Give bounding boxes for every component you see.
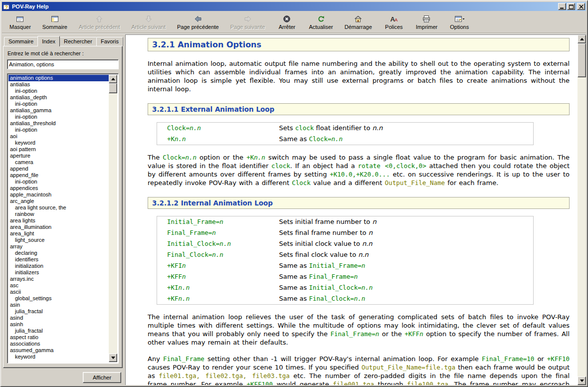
index-list-item[interactable]: light_source	[8, 237, 109, 243]
index-list-item[interactable]: julia_fractal	[8, 328, 109, 334]
text-segment: Initial_Clock=	[167, 240, 219, 247]
sidebar: SommaireIndexRechercherFavoris Entrez le…	[2, 34, 123, 385]
index-list-item[interactable]: animation options	[8, 75, 109, 81]
index-list-item[interactable]: aperture	[8, 153, 109, 159]
table-row: +KFn.nSame as Final_Clock=n.n	[157, 293, 534, 305]
index-list-item[interactable]: area lights	[8, 217, 109, 224]
toolbar-button-options[interactable]: Options	[444, 12, 474, 32]
index-list-item[interactable]: ini-option	[8, 114, 109, 120]
text-segment: n.n	[373, 124, 383, 132]
scroll-down-button[interactable]	[578, 377, 586, 385]
index-list-item[interactable]: keyword	[8, 140, 109, 146]
toolbar-button-polices[interactable]: AAPolices	[379, 12, 409, 32]
text-segment: clock	[295, 124, 314, 132]
scrollbar-track[interactable]	[578, 43, 586, 377]
text-segment: n	[354, 273, 358, 280]
minimize-button[interactable]	[558, 3, 566, 10]
index-list-item[interactable]: array	[8, 243, 109, 250]
text-segment: n.n	[212, 251, 223, 258]
description-cell: Sets initial clock value to n.n	[279, 238, 534, 249]
index-list-item[interactable]: append	[8, 166, 109, 172]
text-segment: n.n	[254, 154, 265, 161]
index-list-item[interactable]: aspect ratio	[8, 334, 109, 341]
index-list-item[interactable]: camera	[8, 159, 109, 166]
tab-rechercher[interactable]: Rechercher	[59, 37, 97, 46]
topic-content: 3.2.1 Animation OptionsInternal animatio…	[126, 35, 578, 385]
index-list-item[interactable]: identifiers	[8, 256, 109, 263]
index-list-item[interactable]: ini-option	[8, 179, 109, 185]
scrollbar-thumb[interactable]	[578, 43, 586, 77]
index-list-item[interactable]: initialization	[8, 263, 109, 269]
index-list-item[interactable]: rainbow	[8, 211, 109, 217]
index-list-item[interactable]: asinh	[8, 321, 109, 328]
index-list-item[interactable]: append_file	[8, 172, 109, 179]
description-cell: Same as Initial_Clock=n.n	[279, 282, 534, 293]
index-list-item[interactable]: assumed_gamma	[8, 347, 109, 354]
content-scrollbar	[578, 35, 586, 385]
index-list-item[interactable]: initializers	[8, 269, 109, 276]
text-segment: through	[374, 381, 407, 385]
index-list-item[interactable]: asind	[8, 315, 109, 321]
text-segment: +K	[246, 154, 254, 161]
index-list-item[interactable]: aoi	[8, 133, 109, 140]
index-list-item[interactable]: ini-option	[8, 127, 109, 133]
index-list-item[interactable]: ini-option	[8, 101, 109, 107]
toolbar-button-masquer[interactable]: Masquer	[5, 12, 35, 32]
index-list-item[interactable]: keyword	[8, 354, 109, 360]
maximize-button[interactable]	[567, 3, 575, 10]
toolbar-button-arreter[interactable]: Arrêter	[272, 12, 302, 32]
scroll-down-button[interactable]	[109, 354, 117, 362]
index-list-item[interactable]: antialias	[8, 81, 109, 88]
titlebar[interactable]: ? POV-Ray Help	[2, 2, 586, 11]
index-list-item[interactable]: ascii	[8, 289, 109, 295]
toolbar-button-imprimer[interactable]: Imprimer	[411, 12, 442, 32]
index-list-item[interactable]: global_settings	[8, 295, 109, 302]
keyword-input[interactable]	[7, 59, 119, 69]
description-cell: Same as Final_Clock=n.n	[279, 293, 534, 305]
tab-index[interactable]: Index	[37, 36, 60, 46]
text-segment: Sets final frame number to	[279, 229, 369, 236]
index-list-item[interactable]: arrays.inc	[8, 276, 109, 282]
index-list-item[interactable]: apple_macintosh	[8, 192, 109, 198]
topic-pane: 3.2.1 Animation OptionsInternal animatio…	[125, 34, 586, 385]
index-list-item[interactable]: antialias_gamma	[8, 107, 109, 114]
index-list-item[interactable]: associations	[8, 341, 109, 347]
toolbar-button-label: Page précédente	[177, 24, 219, 30]
text-segment: float identifier to	[314, 124, 372, 132]
index-list-item[interactable]: area light source, the	[8, 204, 109, 211]
option-cell: Initial_Frame=n	[157, 216, 279, 228]
toolbar-button-page-suivante: Page suivante	[226, 12, 270, 32]
scroll-up-button[interactable]	[109, 75, 117, 83]
text-segment: n.n	[362, 284, 373, 291]
index-list-item[interactable]: aoi pattern	[8, 146, 109, 153]
minimize-icon	[560, 4, 565, 9]
index-list-item[interactable]: ini-option	[8, 88, 109, 94]
index-list-item[interactable]: asin	[8, 302, 109, 308]
index-list-item[interactable]: antialias_depth	[8, 94, 109, 101]
toolbar-button-page-precedente[interactable]: Page précédente	[173, 12, 223, 32]
index-list-item[interactable]: declaring	[8, 250, 109, 256]
tab-sommaire[interactable]: Sommaire	[4, 37, 38, 46]
close-button[interactable]	[577, 3, 585, 10]
table-row: Final_Frame=nSets final frame number to …	[157, 227, 534, 238]
toolbar-button-demarrage[interactable]: Démarrage	[340, 12, 377, 32]
index-list-item[interactable]: area_light	[8, 230, 109, 237]
scrollbar-thumb[interactable]	[109, 83, 117, 93]
toolbar-button-actualiser[interactable]: Actualiser	[304, 12, 337, 32]
index-list-item[interactable]: julia_fractal	[8, 308, 109, 315]
text-segment: n.n	[219, 240, 231, 247]
index-list-item[interactable]: appendices	[8, 185, 109, 192]
display-button[interactable]: Afficher	[83, 372, 121, 383]
tab-favoris[interactable]: Favoris	[96, 37, 123, 46]
toolbar-button-label: Options	[450, 24, 469, 30]
description-cell: Sets clock float identifier to n.n	[279, 123, 534, 134]
index-list-item[interactable]: antialias_threshold	[8, 120, 109, 127]
index-list-item[interactable]: asc	[8, 282, 109, 289]
scrollbar-track[interactable]	[109, 83, 117, 354]
scroll-up-button[interactable]	[578, 35, 586, 43]
index-list-item[interactable]: area_illumination	[8, 224, 109, 230]
toolbar-button-sommaire[interactable]: Sommaire	[38, 12, 72, 32]
index-list-item[interactable]: arc_angle	[8, 198, 109, 204]
text-segment: . If an object had a	[290, 162, 358, 170]
text-segment: +KF	[167, 295, 179, 302]
